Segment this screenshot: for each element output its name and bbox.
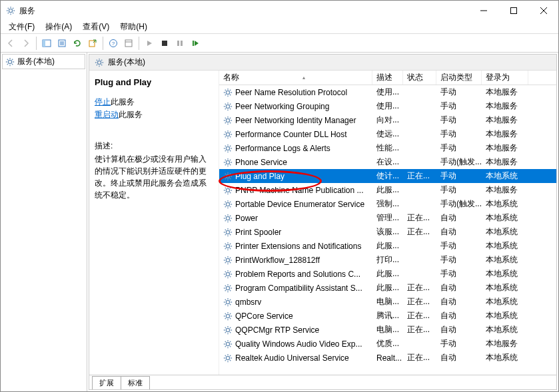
service-desc: 强制...: [372, 198, 403, 210]
gear-icon: [223, 200, 233, 209]
service-row[interactable]: Phone Service在设...手动(触发...本地服务: [219, 155, 556, 169]
service-start: 手动: [436, 268, 482, 280]
service-name: Problem Reports and Solutions C...: [235, 270, 360, 279]
service-row[interactable]: PNRP Machine Name Publication ...此服...手动…: [219, 183, 556, 197]
maximize-button[interactable]: [498, 1, 528, 20]
service-row[interactable]: Program Compatibility Assistant S...此服..…: [219, 281, 556, 295]
help-button[interactable]: ?: [106, 36, 121, 51]
restart-service-button[interactable]: [188, 36, 203, 51]
export-list-button[interactable]: [85, 36, 100, 51]
start-service-button[interactable]: [142, 36, 157, 51]
col-desc[interactable]: 描述: [372, 71, 403, 85]
service-logon: 本地服务: [482, 338, 528, 349]
service-row[interactable]: Power管理...正在...自动本地系统: [219, 211, 556, 225]
service-row[interactable]: Problem Reports and Solutions C...此服...手…: [219, 267, 556, 281]
description-text: 使计算机在极少或没有用户输入的情况下能识别并适应硬件的更改。终止或禁用此服务会造…: [95, 153, 213, 201]
service-desc: 性能...: [372, 142, 403, 154]
service-row[interactable]: Printer Extensions and Notifications此服..…: [219, 239, 556, 253]
service-row[interactable]: QPCore Service腾讯...正在...自动本地系统: [219, 309, 556, 323]
service-name: QQPCMgr RTP Service: [235, 325, 319, 335]
service-row[interactable]: Performance Counter DLL Host使远...手动本地服务: [219, 127, 556, 141]
col-start[interactable]: 启动类型: [436, 71, 482, 85]
service-status: 正在...: [403, 310, 436, 321]
svg-rect-11: [89, 41, 95, 47]
gear-icon: [223, 284, 233, 293]
service-row[interactable]: Print Spooler该服...正在...自动本地系统: [219, 225, 556, 239]
service-status: 正在...: [403, 212, 436, 224]
tab-extended[interactable]: 扩展: [92, 376, 121, 389]
service-list: Peer Name Resolution Protocol使用...手动本地服务…: [219, 85, 556, 375]
service-row[interactable]: Peer Networking Identity Manager向对...手动本…: [219, 113, 556, 127]
service-start: 手动: [436, 254, 482, 266]
service-row[interactable]: qmbsrv电脑...正在...自动本地系统: [219, 295, 556, 309]
service-name: Peer Name Resolution Protocol: [235, 88, 347, 97]
tab-standard[interactable]: 标准: [121, 376, 150, 389]
service-logon: 本地系统: [482, 268, 528, 280]
svg-rect-18: [181, 41, 183, 46]
service-row[interactable]: Peer Name Resolution Protocol使用...手动本地服务: [219, 85, 556, 99]
svg-rect-6: [43, 40, 45, 47]
service-desc: 打印...: [372, 254, 403, 266]
service-row[interactable]: PrintWorkflow_128812ff打印...手动本地系统: [219, 253, 556, 267]
service-logon: 本地系统: [482, 240, 528, 252]
service-desc: 此服...: [372, 268, 403, 280]
view-tabs: 扩展 标准: [89, 375, 556, 389]
right-header-label: 服务(本地): [108, 57, 145, 68]
gear-icon: [95, 58, 104, 67]
svg-rect-14: [125, 40, 132, 47]
minimize-button[interactable]: [468, 1, 498, 20]
col-logon[interactable]: 登录为: [482, 71, 528, 85]
service-name: QPCore Service: [235, 311, 293, 321]
tree-root-label: 服务(本地): [17, 56, 55, 67]
tree-root-services[interactable]: 服务(本地): [2, 54, 85, 69]
export-button[interactable]: [55, 36, 69, 51]
forward-button[interactable]: [19, 36, 33, 51]
service-row[interactable]: Plug and Play使计...正在...手动本地系统: [219, 169, 556, 183]
pause-service-button[interactable]: [173, 36, 187, 51]
service-row[interactable]: Performance Logs & Alerts性能...手动本地服务: [219, 141, 556, 155]
service-desc: 电脑...: [372, 324, 403, 335]
service-row[interactable]: Realtek Audio Universal ServiceRealt...正…: [219, 351, 556, 365]
service-row[interactable]: QQPCMgr RTP Service电脑...正在...自动本地系统: [219, 323, 556, 337]
service-name: Phone Service: [235, 158, 287, 167]
service-start: 手动: [436, 240, 482, 252]
stop-service-button[interactable]: [157, 36, 172, 51]
service-status: 正在...: [403, 352, 436, 363]
service-start: 手动: [436, 338, 482, 349]
back-button[interactable]: [3, 36, 18, 51]
col-name[interactable]: 名称▴: [219, 71, 372, 85]
service-desc: 使用...: [372, 100, 403, 112]
right-pane-header: 服务(本地): [89, 55, 556, 71]
close-button[interactable]: [528, 1, 558, 20]
col-status[interactable]: 状态: [403, 71, 436, 85]
service-name: Peer Networking Identity Manager: [235, 116, 356, 125]
svg-rect-17: [177, 41, 179, 46]
service-row[interactable]: Quality Windows Audio Video Exp...优质...手…: [219, 337, 556, 351]
menu-file[interactable]: 文件(F): [3, 20, 40, 34]
service-name: Print Spooler: [235, 228, 281, 237]
service-name: Peer Networking Grouping: [235, 102, 329, 111]
service-row[interactable]: Portable Device Enumerator Service强制...手…: [219, 197, 556, 211]
service-logon: 本地系统: [482, 212, 528, 224]
service-logon: 本地服务: [482, 184, 528, 196]
service-start: 手动(触发...: [436, 156, 482, 168]
service-name: Printer Extensions and Notifications: [235, 242, 361, 251]
service-desc: 此服...: [372, 282, 403, 294]
gear-icon: [223, 144, 233, 153]
svg-rect-2: [510, 8, 516, 14]
service-name: Performance Logs & Alerts: [235, 144, 330, 153]
show-hide-tree-button[interactable]: [39, 36, 54, 51]
restart-link[interactable]: 重启动: [95, 110, 119, 119]
service-name: qmbsrv: [235, 297, 261, 307]
menu-help[interactable]: 帮助(H): [115, 20, 153, 34]
properties-button[interactable]: [121, 36, 136, 51]
menu-view[interactable]: 查看(V): [77, 20, 115, 34]
gear-icon: [223, 228, 233, 237]
service-logon: 本地系统: [482, 324, 528, 335]
refresh-button[interactable]: [70, 36, 85, 51]
gear-icon: [223, 186, 233, 195]
stop-link[interactable]: 停止: [95, 97, 111, 106]
service-row[interactable]: Peer Networking Grouping使用...手动本地服务: [219, 99, 556, 113]
menu-action[interactable]: 操作(A): [40, 20, 77, 34]
gear-icon: [223, 130, 233, 139]
